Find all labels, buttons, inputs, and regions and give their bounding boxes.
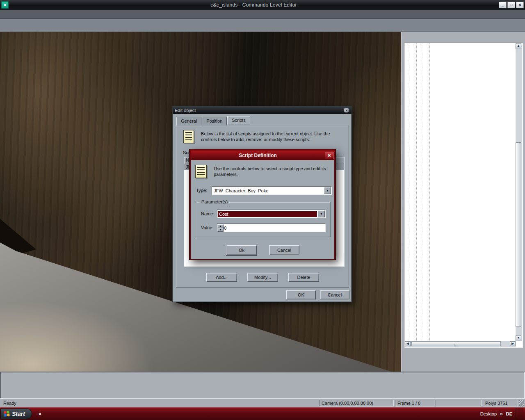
parameters-legend: Parameter(s) (200, 199, 229, 204)
tab-general[interactable]: General (176, 117, 201, 126)
scroll-left-icon[interactable]: ◀ (405, 341, 411, 346)
value-spinner[interactable]: ▲ ▼ (217, 224, 224, 232)
status-empty (436, 400, 482, 406)
param-value-input[interactable]: 100 ▲ ▼ (217, 224, 326, 232)
scripts-description: Below is the list of scripts assigned to… (201, 131, 345, 142)
edit-object-close-icon[interactable]: x (343, 107, 349, 113)
edit-object-ok-button[interactable]: OK (286, 290, 316, 299)
tab-position[interactable]: Position (202, 117, 227, 126)
param-name-combo[interactable]: Cost ▼ (217, 210, 326, 218)
language-indicator[interactable]: DE (506, 411, 512, 416)
status-ready: Ready (1, 400, 318, 406)
thumb-grip: ||| (454, 343, 458, 347)
preset-actions (403, 349, 524, 370)
param-value-text: 100 (217, 226, 325, 231)
chevron-down-icon[interactable]: ▼ (324, 187, 331, 194)
horizontal-scroll-thumb[interactable]: ||| (411, 341, 501, 346)
vertical-scroll-thumb[interactable] (516, 142, 521, 327)
script-scroll-icon (183, 130, 194, 143)
desktop-toolbar-label[interactable]: Desktop (480, 411, 497, 416)
preset-tree (405, 43, 516, 341)
preset-panel: ▲ ▼ ◀ ||| ▶ (401, 32, 525, 372)
script-definition-dialog: Script Definition ✕ Use the controls bel… (189, 149, 336, 260)
window-title: c&c_islands - Commando Level Editor (9, 2, 499, 8)
parameters-groupbox: Parameter(s) Name: Cost ▼ Value: 100 ▲ ▼ (196, 202, 331, 237)
spin-down-icon[interactable]: ▼ (217, 228, 224, 232)
workspace: ▲ ▼ ◀ ||| ▶ Edit object x General Posit (0, 32, 525, 372)
menu-bar (0, 10, 525, 19)
script-definition-titlebar[interactable]: Script Definition ✕ (191, 151, 334, 160)
param-name-value: Cost (218, 211, 317, 217)
chevron-down-icon[interactable]: ▼ (318, 210, 325, 217)
preset-tree-frame: ▲ ▼ ◀ ||| ▶ (404, 43, 523, 348)
status-camera: Camera (0.00,0.00,80.00) (319, 400, 394, 406)
toolbar (0, 19, 525, 32)
application-window: ✕ c&c_islands - Commando Level Editor _ … (0, 0, 525, 420)
edit-object-titlebar[interactable]: Edit object x (173, 106, 352, 114)
modify-script-button[interactable]: Modify... (247, 273, 278, 282)
value-label: Value: (201, 225, 213, 230)
scroll-down-icon[interactable]: ▼ (516, 336, 521, 341)
tab-scripts[interactable]: Scripts (227, 116, 250, 125)
tree-guide-line (429, 43, 430, 341)
script-definition-description: Use the controls below to select a scrip… (214, 166, 330, 177)
desktop-overflow-icon[interactable]: » (500, 411, 503, 417)
type-value: JFW_Character_Buy_Poke (212, 188, 324, 193)
type-combo[interactable]: JFW_Character_Buy_Poke ▼ (212, 186, 332, 195)
close-button[interactable]: ✕ (516, 2, 524, 8)
quick-launch-overflow-icon[interactable]: » (39, 411, 41, 417)
status-frame: Frame 1 / 0 (395, 400, 434, 406)
minimize-button[interactable]: _ (499, 2, 507, 8)
vertical-scrollbar[interactable]: ▲ ▼ (516, 43, 522, 341)
type-label: Type: (196, 188, 207, 193)
add-script-button[interactable]: Add... (206, 273, 237, 282)
script-definition-close-icon[interactable]: ✕ (325, 152, 333, 159)
tree-guide-line (423, 43, 423, 341)
windows-logo-icon (4, 411, 10, 417)
spin-up-icon[interactable]: ▲ (217, 224, 224, 228)
start-label: Start (12, 411, 25, 417)
title-bar: ✕ c&c_islands - Commando Level Editor _ … (0, 0, 525, 10)
script-definition-ok-button[interactable]: Ok (226, 245, 257, 255)
scroll-up-icon[interactable]: ▲ (516, 43, 521, 49)
tree-guide-line (410, 43, 410, 341)
maximize-button[interactable]: □ (507, 2, 515, 8)
edit-object-cancel-button[interactable]: Cancel (320, 290, 349, 299)
log-panel (0, 372, 525, 399)
resize-grip-icon[interactable] (519, 400, 524, 406)
horizontal-scrollbar[interactable]: ◀ ||| ▶ (405, 341, 516, 347)
system-tray (516, 408, 523, 420)
scroll-right-icon[interactable]: ▶ (510, 341, 516, 346)
status-bar: Ready Camera (0.00,0.00,80.00) Frame 1 /… (0, 399, 525, 407)
app-tools-icon: ✕ (1, 1, 9, 9)
edit-object-title: Edit object (175, 108, 343, 113)
delete-script-button[interactable]: Delete (288, 273, 319, 282)
tree-guide-line (416, 43, 417, 341)
status-polys: Polys 3751 (483, 400, 518, 406)
script-scroll-icon (195, 165, 207, 178)
script-definition-title: Script Definition (191, 153, 325, 158)
start-button[interactable]: Start (0, 409, 32, 419)
taskbar: Start » Desktop » DE (0, 407, 525, 420)
script-definition-cancel-button[interactable]: Cancel (269, 245, 299, 255)
name-label: Name: (201, 211, 214, 216)
